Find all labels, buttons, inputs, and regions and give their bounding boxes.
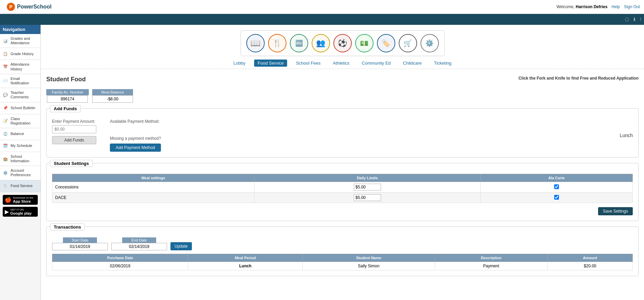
- nav-icon-community-ed[interactable]: ⚽: [333, 34, 352, 52]
- school-bulletin-icon: 📌: [2, 105, 9, 112]
- welcome-text: Welcome, Harrison Defries: [557, 4, 608, 9]
- sidebar-item-school-bulletin[interactable]: 📌 School Bulletin: [0, 102, 40, 114]
- meal-balance-value: -$8.00: [92, 95, 133, 103]
- save-settings-button[interactable]: Save Settings: [598, 207, 633, 215]
- sidebar-item-teacher-comments[interactable]: 💬 Teacher Comments: [0, 88, 40, 102]
- my-schedule-icon: 🗓️: [2, 143, 9, 149]
- page-content: Student Food Click the Fork and Knife to…: [41, 72, 644, 285]
- nav-icon-settings[interactable]: ⚙️: [420, 34, 439, 52]
- tab-school-fees[interactable]: School Fees: [293, 60, 324, 67]
- family-ac-cell: Family Ac. Number 896174: [46, 89, 89, 103]
- top-logo-bar: P PowerSchool Welcome, Harrison Defries …: [0, 0, 644, 14]
- email-notification-icon: ✉️: [2, 78, 9, 84]
- meal-balance-label: Meal Balance: [92, 89, 133, 95]
- trans-student-name: Sally Simon: [302, 262, 435, 270]
- col-amount: Amount: [547, 254, 632, 262]
- nav-icon-athletics[interactable]: 👥: [312, 34, 330, 52]
- add-funds-section: Add Funds Enter Payment Amount: Add Fund…: [46, 108, 639, 157]
- app-store-main: App Store: [13, 199, 33, 203]
- add-funds-body: Enter Payment Amount: Add Funds Availabl…: [47, 116, 638, 157]
- sidebar-item-grades-attendance[interactable]: 📊 Grades and Attendance: [0, 34, 40, 48]
- sidebar-item-school-information[interactable]: 🏫 School Information: [0, 152, 40, 166]
- tab-lobby[interactable]: Lobby: [230, 60, 249, 67]
- end-date-input[interactable]: [111, 243, 167, 250]
- user-name: Harrison Defries: [576, 4, 607, 9]
- start-date-input[interactable]: [52, 243, 108, 250]
- sidebar-label-account-preferences: Account Preferences: [11, 168, 38, 177]
- payment-amount-input[interactable]: [52, 125, 96, 133]
- app-store-badge[interactable]: 🍎 Download on the App Store: [3, 195, 38, 205]
- app-badges-section: 🍎 Download on the App Store ▶ GET IT ON …: [0, 192, 40, 221]
- daily-limit-input[interactable]: [354, 194, 381, 201]
- lunch-label: Lunch: [620, 133, 633, 138]
- sidebar-label-school-information: School Information: [11, 154, 38, 163]
- daily-limit-input-cell[interactable]: [254, 182, 480, 193]
- start-date-cell: Start Date: [52, 237, 108, 250]
- download-icon[interactable]: ⬇: [632, 17, 637, 22]
- transactions-body: Start Date End Date Update Purchase Da: [47, 234, 638, 276]
- add-funds-title-row: Add Funds: [50, 105, 638, 112]
- daily-limit-input-cell[interactable]: [254, 193, 480, 203]
- tab-childcare[interactable]: Childcare: [400, 60, 425, 67]
- free-reduced-note: Click the Fork and Knife to find Free an…: [518, 76, 639, 81]
- col-purchase-date: Purchase Date: [52, 254, 188, 262]
- ala-carte-checkbox[interactable]: [554, 195, 559, 200]
- nav-icon-childcare[interactable]: 💵: [355, 34, 374, 52]
- family-ac-value: 896174: [47, 95, 88, 103]
- sidebar-item-balance[interactable]: ⚖️ Balance: [0, 128, 40, 140]
- food-service-icon: 🍴: [2, 183, 9, 189]
- student-settings-title-row: Student Settings: [50, 160, 638, 167]
- sidebar-item-my-schedule[interactable]: 🗓️ My Schedule: [0, 140, 40, 152]
- update-button[interactable]: Update: [170, 242, 192, 250]
- sidebar-item-attendance-history[interactable]: 📅 Attendance History: [0, 60, 40, 74]
- nav-icon-cart[interactable]: 🛒: [399, 34, 417, 52]
- tab-athletics[interactable]: Athletics: [329, 60, 353, 67]
- add-payment-method-button[interactable]: Add Payment Method: [110, 144, 161, 152]
- nav-icon-lobby[interactable]: 📖: [246, 34, 265, 52]
- payment-method-label: Available Payment Method:: [110, 119, 161, 124]
- ala-carte-checkbox-cell[interactable]: [480, 182, 632, 193]
- tab-food-service[interactable]: Food Service: [254, 60, 287, 67]
- payment-method-group: Available Payment Method: Missing a paym…: [110, 119, 161, 152]
- app-name: PowerSchool: [17, 4, 51, 10]
- tab-community-ed[interactable]: Community Ed: [358, 60, 394, 67]
- daily-limit-input[interactable]: [354, 184, 381, 190]
- google-play-badge[interactable]: ▶ GET IT ON Google play: [3, 207, 38, 217]
- sidebar-label-grade-history: Grade History: [11, 52, 34, 56]
- nav-icon-food-service[interactable]: 🍴: [268, 34, 286, 52]
- transactions-section: Transactions Start Date End Date Update: [46, 227, 639, 276]
- sidebar: Navigation 📊 Grades and Attendance 📋 Gra…: [0, 25, 41, 300]
- ala-carte-checkbox[interactable]: [554, 184, 559, 189]
- sidebar-item-email-notification[interactable]: ✉️ Email Notification: [0, 74, 40, 88]
- ala-carte-checkbox-cell[interactable]: [480, 193, 632, 203]
- settings-table-row: Concessions: [52, 182, 633, 193]
- account-info-row: Family Ac. Number 896174 Meal Balance -$…: [46, 89, 639, 103]
- transactions-table: Purchase Date Meal Period Student Name D…: [52, 254, 633, 270]
- help-link[interactable]: Help: [612, 4, 620, 9]
- sidebar-item-food-service[interactable]: 🍴 Food Service: [0, 180, 40, 192]
- sidebar-item-account-preferences[interactable]: ⚙️ Account Preferences: [0, 166, 40, 180]
- class-registration-icon: 📝: [2, 118, 9, 124]
- nav-icon-school-fees[interactable]: 🔤: [290, 34, 308, 52]
- nav-icon-ticketing[interactable]: 🏷️: [377, 34, 395, 52]
- second-bar: ⬡ ⬇ !: [0, 14, 644, 25]
- external-link-icon[interactable]: ⬡: [625, 17, 629, 22]
- logo-area: P PowerSchool: [4, 1, 54, 12]
- sidebar-item-grade-history[interactable]: 📋 Grade History: [0, 48, 40, 60]
- tab-ticketing[interactable]: Ticketing: [431, 60, 455, 67]
- sidebar-item-class-registration[interactable]: 📝 Class Registration: [0, 114, 40, 128]
- title-row: Student Food Click the Fork and Knife to…: [46, 76, 639, 86]
- grades-attendance-icon: 📊: [2, 37, 9, 44]
- student-settings-table: Meal settings Daily Limits Ala Carte Con…: [52, 174, 633, 203]
- signout-link[interactable]: Sign Out: [624, 4, 640, 9]
- trans-meal-period: Lunch: [188, 262, 303, 270]
- student-settings-title: Student Settings: [50, 160, 93, 167]
- col-ala-carte: Ala Carte: [480, 174, 632, 182]
- add-funds-title: Add Funds: [50, 105, 81, 112]
- meal-setting-name: DACE: [52, 193, 254, 203]
- payment-method-spacer: [110, 125, 161, 133]
- sidebar-label-email-notification: Email Notification: [11, 77, 38, 85]
- add-funds-button[interactable]: Add Funds: [52, 136, 96, 144]
- alert-icon[interactable]: !: [640, 17, 641, 22]
- end-date-cell: End Date: [111, 237, 167, 250]
